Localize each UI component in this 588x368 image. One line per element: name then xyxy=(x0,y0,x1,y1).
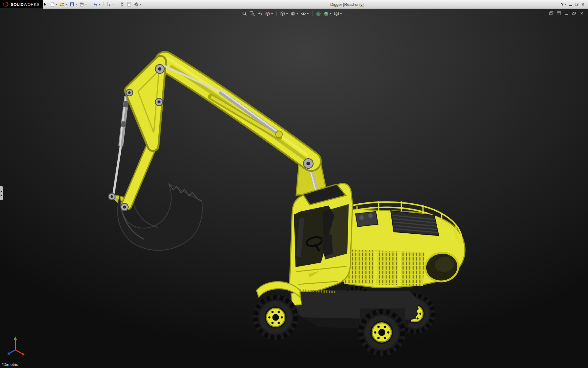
dropdown-caret-icon xyxy=(85,4,87,5)
close-icon xyxy=(581,3,585,6)
help-button[interactable]: ? xyxy=(560,1,567,8)
x-axis xyxy=(15,350,23,354)
undo-arrow-icon xyxy=(93,2,98,7)
window-title: Digger [Read-only] xyxy=(330,2,364,7)
file-properties-button[interactable] xyxy=(126,1,133,8)
restore-window-button[interactable] xyxy=(574,1,579,8)
dropdown-caret-icon xyxy=(296,13,298,14)
cab xyxy=(289,183,352,292)
help-icon: ? xyxy=(561,2,564,6)
dropdown-caret-icon xyxy=(66,4,67,5)
undo-button[interactable] xyxy=(92,1,101,8)
dropdown-caret-icon xyxy=(286,13,288,14)
dropdown-caret-icon xyxy=(56,4,58,5)
restore-document-button[interactable] xyxy=(571,11,577,16)
view-settings-icon xyxy=(334,11,339,16)
dropdown-caret-icon xyxy=(99,4,100,5)
zoom-to-area-icon xyxy=(250,11,255,16)
apply-scene-sphere-icon xyxy=(323,11,329,16)
dropdown-caret-icon xyxy=(140,4,141,5)
dropdown-caret-icon xyxy=(564,4,566,5)
toolbar-separator xyxy=(276,11,277,16)
logo-notch xyxy=(44,2,46,6)
cascade-windows-icon xyxy=(549,11,553,15)
new-document-icon xyxy=(50,2,55,7)
toolbar-separator xyxy=(117,2,117,7)
select-button[interactable] xyxy=(105,1,115,8)
minimize-window-button[interactable] xyxy=(568,1,573,8)
close-document-button[interactable] xyxy=(579,11,585,16)
save-button[interactable] xyxy=(69,1,78,8)
reference-triad xyxy=(4,334,29,360)
expand-arrow-icon xyxy=(1,194,2,197)
ds-logo-icon xyxy=(2,2,9,7)
dropdown-caret-icon xyxy=(75,4,77,5)
minimize-icon xyxy=(569,5,572,6)
brand-text: SOLIDWORKS xyxy=(11,2,40,7)
new-button[interactable] xyxy=(49,1,58,8)
edit-appearance-sphere-icon xyxy=(316,11,321,16)
close-icon xyxy=(580,12,583,15)
model-viewport-canvas[interactable] xyxy=(0,9,588,368)
print-button[interactable] xyxy=(78,1,88,8)
edit-appearance-button[interactable] xyxy=(315,11,322,17)
boom-assembly xyxy=(108,58,314,250)
close-window-button[interactable] xyxy=(580,1,586,8)
view-settings-button[interactable] xyxy=(333,11,343,17)
z-axis xyxy=(9,350,15,353)
panel-expand-handle[interactable] xyxy=(0,186,3,200)
restore-icon xyxy=(575,3,579,6)
display-style-button[interactable] xyxy=(289,11,299,17)
print-icon xyxy=(79,2,84,7)
dropdown-caret-icon xyxy=(271,13,273,14)
previous-view-button[interactable] xyxy=(256,11,263,17)
options-button[interactable] xyxy=(133,1,142,8)
excavator-model[interactable] xyxy=(108,58,465,356)
tile-windows-button[interactable] xyxy=(556,11,562,16)
dropdown-caret-icon xyxy=(112,4,114,5)
open-folder-icon xyxy=(60,2,65,7)
restore-icon xyxy=(572,12,576,15)
tile-windows-icon xyxy=(557,11,561,15)
save-floppy-icon xyxy=(70,2,74,7)
hide-show-eye-icon xyxy=(301,11,306,16)
toolbar-separator xyxy=(90,2,90,7)
rebuild-button[interactable] xyxy=(119,1,126,8)
titlebar: SOLIDWORKS xyxy=(0,0,588,9)
section-view-button[interactable] xyxy=(264,11,274,17)
zoom-to-area-button[interactable] xyxy=(249,11,256,17)
document-window-controls xyxy=(548,11,585,16)
heads-up-toolbar xyxy=(241,11,343,17)
minimize-document-button[interactable] xyxy=(563,11,570,16)
toolbar-separator xyxy=(312,11,312,16)
apply-scene-button[interactable] xyxy=(322,11,332,17)
dropdown-caret-icon xyxy=(307,13,309,14)
display-style-cube-icon xyxy=(290,11,296,16)
window-controls: ? xyxy=(560,1,588,8)
zoom-to-fit-icon xyxy=(242,11,247,16)
select-cursor-icon xyxy=(106,2,111,7)
minimize-icon xyxy=(565,12,568,15)
dropdown-caret-icon xyxy=(330,13,331,14)
hide-show-items-button[interactable] xyxy=(300,11,310,17)
solidworks-logo: SOLIDWORKS xyxy=(0,0,43,9)
cascade-windows-button[interactable] xyxy=(548,11,554,16)
zoom-to-fit-button[interactable] xyxy=(241,11,248,17)
file-properties-icon xyxy=(127,2,132,7)
open-button[interactable] xyxy=(59,1,68,8)
section-view-icon xyxy=(265,11,270,16)
rebuild-stoplight-icon xyxy=(120,2,125,7)
view-orientation-label: *Dimetric xyxy=(2,362,18,367)
options-gear-icon xyxy=(134,2,139,7)
view-orientation-button[interactable] xyxy=(279,11,289,17)
graphics-viewport[interactable]: *Dimetric xyxy=(0,9,588,368)
previous-view-icon xyxy=(257,11,262,16)
view-orientation-cube-icon xyxy=(280,11,285,16)
dropdown-caret-icon xyxy=(340,13,342,14)
main-toolbar xyxy=(49,1,142,8)
toolbar-separator xyxy=(103,2,104,7)
expand-arrow-icon xyxy=(1,190,2,193)
